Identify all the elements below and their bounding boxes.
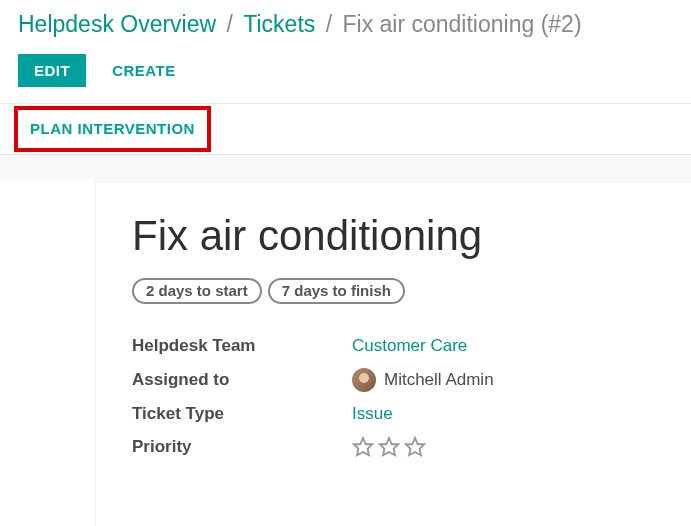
priority-stars (352, 436, 426, 458)
breadcrumb-separator: / (326, 11, 332, 37)
svg-marker-1 (380, 438, 398, 455)
sla-pills: 2 days to start 7 days to finish (132, 278, 655, 304)
breadcrumb-current: Fix air conditioning (#2) (342, 11, 581, 37)
field-label-type: Ticket Type (132, 404, 352, 424)
star-icon[interactable] (352, 436, 374, 458)
field-value-type[interactable]: Issue (352, 404, 393, 424)
field-label-team: Helpdesk Team (132, 336, 352, 356)
field-team: Helpdesk Team Customer Care (132, 330, 655, 362)
subaction-bar: PLAN INTERVENTION (0, 104, 691, 155)
breadcrumb-separator: / (227, 11, 233, 37)
svg-marker-0 (354, 438, 372, 455)
create-button[interactable]: CREATE (102, 54, 186, 87)
star-icon[interactable] (378, 436, 400, 458)
sla-start-pill: 2 days to start (132, 278, 262, 304)
field-value-team[interactable]: Customer Care (352, 336, 467, 356)
field-label-priority: Priority (132, 437, 352, 457)
ticket-title: Fix air conditioning (132, 212, 655, 260)
field-assigned: Assigned to Mitchell Admin (132, 362, 655, 398)
field-label-assigned: Assigned to (132, 370, 352, 390)
avatar (352, 368, 376, 392)
plan-intervention-button[interactable]: PLAN INTERVENTION (30, 120, 195, 137)
ticket-card: Fix air conditioning 2 days to start 7 d… (95, 181, 691, 526)
breadcrumb: Helpdesk Overview / Tickets / Fix air co… (0, 0, 691, 46)
breadcrumb-tickets[interactable]: Tickets (243, 11, 315, 37)
edit-button[interactable]: EDIT (18, 54, 86, 87)
field-type: Ticket Type Issue (132, 398, 655, 430)
field-value-assigned: Mitchell Admin (384, 370, 494, 390)
svg-marker-2 (406, 438, 424, 455)
action-row: EDIT CREATE (0, 46, 691, 104)
highlight-box: PLAN INTERVENTION (14, 106, 211, 152)
breadcrumb-overview[interactable]: Helpdesk Overview (18, 11, 216, 37)
star-icon[interactable] (404, 436, 426, 458)
stage-area (0, 155, 691, 181)
assignee[interactable]: Mitchell Admin (352, 368, 494, 392)
sla-finish-pill: 7 days to finish (268, 278, 405, 304)
field-priority: Priority (132, 430, 655, 464)
